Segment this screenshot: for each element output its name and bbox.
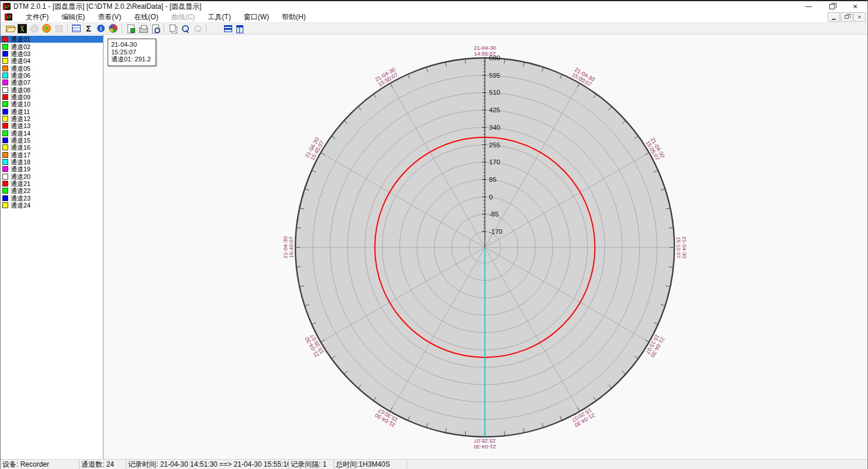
channel-item[interactable]: 通道16	[1, 144, 103, 151]
channel-item[interactable]: 通道07	[1, 79, 103, 86]
cascade-windows-button[interactable]	[209, 23, 221, 34]
channel-label: 通道06	[11, 72, 30, 79]
menu-bar: 文件(F)编辑(E)查看(V)在线(O)曲线(C)工具(T)窗口(W)帮助(H)…	[1, 12, 867, 23]
zoom-button[interactable]	[179, 23, 191, 34]
menu-item-1[interactable]: 文件(F)	[19, 11, 55, 23]
channel-item[interactable]: 通道03	[1, 50, 103, 57]
close-button[interactable]: ×	[851, 2, 859, 11]
child-minimize-button[interactable]	[828, 12, 840, 22]
channel-label: 通道16	[11, 144, 30, 151]
channel-item[interactable]: 通道20	[1, 173, 103, 180]
pie-button[interactable]	[107, 23, 119, 34]
trend-chart-button[interactable]	[16, 23, 28, 34]
channel-color-chip	[2, 80, 8, 85]
channel-item[interactable]: 通道23	[1, 195, 103, 202]
channel-item[interactable]: 通道14	[1, 129, 103, 136]
time-label-time: 15:10:07	[676, 236, 681, 258]
export-button[interactable]	[125, 23, 137, 34]
channel-item[interactable]: 通道08	[1, 86, 103, 93]
data-table-button[interactable]	[70, 23, 82, 34]
channel-item[interactable]: 通道01	[1, 36, 103, 43]
channel-label: 通道20	[11, 173, 30, 180]
menu-item-7[interactable]: 窗口(W)	[237, 11, 275, 23]
print-preview-button[interactable]	[149, 23, 161, 34]
channel-item[interactable]: 通道05	[1, 64, 103, 71]
sum-icon	[84, 24, 94, 33]
axis-tick-label: 0	[489, 194, 492, 201]
time-axis-label: 21-04-3015:10:07	[676, 236, 687, 258]
channel-item[interactable]: 通道02	[1, 43, 103, 50]
time-label-date: 21-04-30	[474, 444, 496, 450]
minimize-button[interactable]	[804, 2, 812, 11]
channel-item[interactable]: 通道10	[1, 101, 103, 108]
channel-item[interactable]: 通道13	[1, 122, 103, 129]
channel-label: 通道09	[11, 94, 30, 101]
channel-label: 通道05	[11, 65, 30, 72]
status-bar: 设备: Recorder通道数: 24记录时间: 21-04-30 14:51:…	[1, 459, 867, 469]
channel-color-chip	[2, 130, 8, 136]
channel-item[interactable]: 通道09	[1, 94, 103, 101]
menu-item-2[interactable]: 编辑(E)	[55, 11, 91, 23]
info-button[interactable]	[95, 23, 107, 34]
channel-label: 通道14	[11, 130, 30, 137]
time-label-time: 14:55:07	[474, 51, 496, 57]
open-file-icon	[5, 24, 15, 33]
channel-color-chip	[2, 87, 8, 93]
polar-chart-canvas[interactable]: 680595510425340255170850-85-170	[104, 35, 867, 459]
channel-color-chip	[2, 109, 8, 115]
restore-icon	[829, 4, 835, 9]
channel-item[interactable]: 通道19	[1, 165, 103, 173]
trend-chart-icon	[18, 24, 27, 33]
document-icon	[5, 13, 12, 20]
channel-label: 通道01	[11, 36, 30, 43]
open-file-button[interactable]	[4, 23, 16, 34]
menu-item-6[interactable]: 工具(T)	[201, 11, 237, 23]
channel-item[interactable]: 通道15	[1, 137, 103, 144]
channel-item[interactable]: 通道17	[1, 151, 103, 158]
channel-color-chip	[2, 174, 8, 180]
app-icon	[3, 3, 11, 10]
axis-tick-label: 425	[489, 106, 500, 113]
tile-horizontal-button[interactable]	[221, 23, 233, 34]
zoom-gray-button	[191, 23, 204, 34]
status-empty	[407, 460, 867, 469]
channel-item[interactable]: 通道06	[1, 72, 103, 79]
copy-button[interactable]	[167, 23, 179, 34]
print-button[interactable]	[137, 23, 149, 34]
close-icon: ×	[853, 3, 857, 10]
channel-item[interactable]: 通道04	[1, 57, 103, 64]
value-tooltip: 21-04-30 15:25:07 通道01: 291.2	[108, 39, 156, 66]
toolbar-separator	[164, 24, 164, 33]
sum-button[interactable]	[82, 23, 95, 34]
child-restore-button[interactable]	[841, 12, 853, 22]
channel-label: 通道15	[11, 137, 30, 144]
channel-item[interactable]: 通道22	[1, 187, 103, 194]
menu-item-4[interactable]: 在线(O)	[128, 11, 164, 23]
channel-label: 通道18	[11, 158, 30, 165]
channel-item[interactable]: 通道18	[1, 158, 103, 165]
axis-tick-label: -85	[489, 211, 499, 218]
channel-item[interactable]: 通道11	[1, 108, 103, 115]
restore-button[interactable]	[828, 2, 836, 11]
tooltip-channel-value: 通道01: 291.2	[111, 56, 151, 63]
menu-item-3[interactable]: 查看(V)	[91, 11, 128, 23]
window-title: DTM 2.0.1 - [圆盘显示] [C:\DTM 2.0.2\RealDat…	[13, 2, 201, 12]
channel-color-chip	[2, 159, 8, 165]
child-close-icon: ×	[857, 14, 861, 20]
polar-chart-panel[interactable]: 680595510425340255170850-85-170 21-04-30…	[104, 35, 867, 459]
stop-icon	[54, 24, 64, 33]
channel-color-chip	[2, 181, 8, 187]
channel-color-chip	[2, 73, 8, 78]
axis-tick-label: 340	[489, 124, 500, 131]
tile-vertical-button[interactable]	[233, 23, 246, 34]
channel-color-chip	[2, 51, 8, 57]
record-button[interactable]	[40, 23, 53, 34]
menu-item-8[interactable]: 帮助(H)	[275, 11, 312, 23]
channel-item[interactable]: 通道24	[1, 202, 103, 209]
channel-color-chip	[2, 44, 8, 50]
app-window: DTM 2.0.1 - [圆盘显示] [C:\DTM 2.0.2\RealDat…	[0, 0, 868, 469]
channel-item[interactable]: 通道12	[1, 115, 103, 122]
child-close-button[interactable]: ×	[853, 12, 866, 22]
time-axis-label: 21-04-3015:40:07	[283, 236, 294, 258]
channel-item[interactable]: 通道21	[1, 180, 103, 187]
